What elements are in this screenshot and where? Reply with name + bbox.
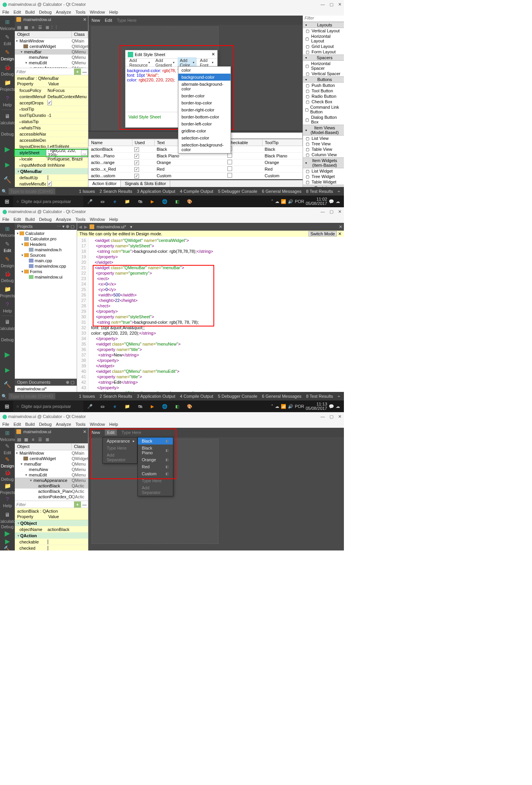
stylesheet-prop[interactable]: styleSheet xyxy=(15,150,46,155)
widget-item[interactable]: ▢Vertical Spacer xyxy=(303,71,344,76)
rail-projects[interactable]: 📁Projects xyxy=(0,285,15,299)
property-row[interactable]: contextMenuP...DefaultContextMenu xyxy=(15,93,88,100)
close-icon[interactable]: ✕ xyxy=(83,17,86,22)
lang-indicator[interactable]: POR xyxy=(295,199,304,204)
project-tree-item[interactable]: mainwindow.h xyxy=(16,247,76,252)
code-line[interactable]: 40 <widget class="QMenu" name="menuEdit"… xyxy=(78,369,343,374)
rail-projects[interactable]: 📁Projects xyxy=(0,482,15,495)
widget-item[interactable]: ▢List View xyxy=(303,136,344,141)
add-object-button[interactable]: + xyxy=(74,501,81,508)
maximize-button[interactable]: ▢ xyxy=(329,2,333,7)
menu-edit[interactable]: Edit xyxy=(14,217,21,222)
menu-debug[interactable]: Debug xyxy=(39,217,51,222)
property-row[interactable]: acceptDrops✓ xyxy=(15,100,88,106)
menu-item[interactable]: Orange◧ xyxy=(138,456,173,463)
build-config[interactable]: Debug xyxy=(0,332,15,347)
build-button[interactable]: 🔨 xyxy=(0,378,15,392)
project-tree-item[interactable]: ▾Calculator xyxy=(16,231,76,236)
dialog-close-icon[interactable]: ✕ xyxy=(211,52,215,57)
kit-selector[interactable]: 🖥Calculator xyxy=(0,511,15,524)
rail-debug[interactable]: 🐞Debug xyxy=(0,63,15,78)
widget-category[interactable]: ▾Containers xyxy=(303,185,344,187)
app-icon[interactable]: ◧ xyxy=(171,196,183,207)
close-icon[interactable]: ✕ xyxy=(83,429,86,434)
color-option[interactable]: selection-color xyxy=(178,134,231,141)
weather-tray-icon[interactable]: ☁ xyxy=(336,404,340,409)
property-row[interactable]: defaultUp xyxy=(15,175,88,181)
status-tab[interactable]: 3 Application Output xyxy=(135,393,178,399)
volume-tray-icon[interactable]: 🔊 xyxy=(288,404,293,409)
menu-help[interactable]: Help xyxy=(109,10,118,14)
tool-icon[interactable]: ▦ xyxy=(23,25,29,30)
run-button[interactable]: ▶ xyxy=(0,348,15,362)
tool-icon[interactable]: ≡ xyxy=(30,437,36,442)
color-option[interactable]: border-right-color xyxy=(178,106,231,113)
code-line[interactable]: 29 </property> xyxy=(78,309,343,314)
tab-signals-slots-editor[interactable]: Signals & Slots Editor xyxy=(121,180,170,187)
status-tab[interactable]: 2 Search Results xyxy=(97,188,135,194)
paint-icon[interactable]: 🎨 xyxy=(184,196,196,207)
store-icon[interactable]: 🛍 xyxy=(134,401,146,412)
minimize-button[interactable]: — xyxy=(321,209,325,214)
menu-file[interactable]: File xyxy=(2,10,9,14)
status-tab[interactable]: 4 Compile Output xyxy=(178,188,216,194)
status-tab[interactable]: 8 Test Results xyxy=(304,188,335,194)
widget-item[interactable]: ▢Vertical Layout xyxy=(303,28,344,34)
color-option[interactable]: background-color xyxy=(178,74,231,81)
tray-expand-icon[interactable]: ˄ xyxy=(271,404,273,409)
menu-tools[interactable]: Tools xyxy=(76,422,86,427)
app-icon[interactable]: ◧ xyxy=(171,401,183,412)
tree-row[interactable]: ▾menuEditQMenu xyxy=(15,60,88,65)
tool-icon[interactable]: ☰ xyxy=(37,437,43,442)
rail-welcome[interactable]: ⊞Welcome xyxy=(0,429,15,442)
clock[interactable]: 11:0205/08/2017 xyxy=(306,197,327,206)
nav-fwd-icon[interactable]: ▶ xyxy=(84,224,87,229)
widget-item[interactable]: ▢Tree Widget xyxy=(303,174,344,179)
close-button[interactable]: ✕ xyxy=(338,2,342,7)
code-line[interactable]: 23 <rect> xyxy=(78,276,343,281)
action-row[interactable]: actio...rangeOrangeOrange xyxy=(89,159,303,166)
banner-close-icon[interactable]: ✕ xyxy=(338,231,342,236)
widget-category[interactable]: ▾Item Views (Model-Based) xyxy=(303,125,344,136)
widget-item[interactable]: ▢Table View xyxy=(303,146,344,152)
edge-icon[interactable]: e xyxy=(109,401,121,412)
property-row[interactable]: accessibleName xyxy=(15,131,88,137)
locate-icon[interactable]: 🔍 xyxy=(2,394,7,399)
column-header[interactable]: ToolTip xyxy=(262,139,303,146)
menu-window[interactable]: Window xyxy=(90,422,105,427)
tool-icon[interactable]: ⊞ xyxy=(44,437,50,442)
preview-menu-edit[interactable]: Edit xyxy=(105,18,112,23)
code-line[interactable]: 28 </rect> xyxy=(78,303,343,309)
add-resource-button[interactable]: Add Resource ▾ xyxy=(127,57,152,68)
add-gradient-button[interactable]: Add Gradient ▾ xyxy=(153,57,177,68)
status-expand-icon[interactable]: ÷ xyxy=(335,393,342,399)
taskview-icon[interactable]: ▭ xyxy=(97,401,108,412)
media-icon[interactable]: ▶ xyxy=(146,401,158,412)
code-line[interactable]: 22 <property name="geometry"> xyxy=(78,270,343,276)
column-header[interactable]: Name xyxy=(89,139,132,146)
widget-category[interactable]: ▾Item Widgets (Item-Based) xyxy=(303,157,344,168)
preview-menu-edit[interactable]: Edit xyxy=(105,429,117,436)
tool-icon[interactable]: ▤ xyxy=(16,25,22,30)
chrome-icon[interactable]: 🌐 xyxy=(159,401,171,412)
code-line[interactable]: 35 <widget class="QMenu" name="menuNew"> xyxy=(78,341,343,347)
code-line[interactable]: 32font: 10pt &quot;Arial&quot;; xyxy=(78,325,343,330)
project-tree-item[interactable]: Calculator.pro xyxy=(16,236,76,242)
taskview-icon[interactable]: ▭ xyxy=(97,196,108,207)
doc-tab-label[interactable]: mainwindow.ui* xyxy=(97,224,126,229)
menu-file[interactable]: File xyxy=(2,422,9,427)
lang-indicator[interactable]: POR xyxy=(295,404,304,409)
column-header[interactable]: Used xyxy=(132,139,154,146)
widget-item[interactable]: ▢Horizontal Layout xyxy=(303,34,344,44)
code-line[interactable]: 30 <property name="styleSheet"> xyxy=(78,314,343,319)
widget-item[interactable]: ▢Push Button xyxy=(303,83,344,88)
tool-icon[interactable]: ▤ xyxy=(16,437,22,442)
widget-category[interactable]: ▾Buttons xyxy=(303,76,344,83)
project-tree-item[interactable]: mainwindow.ui xyxy=(16,274,76,280)
project-tree-item[interactable]: ▾Sources xyxy=(16,252,76,258)
rail-edit[interactable]: ✎Edit xyxy=(0,240,15,254)
rail-design[interactable]: ✎Design xyxy=(0,456,15,468)
run-button[interactable]: ▶ xyxy=(0,142,15,156)
action-row[interactable]: actio...x_RedRedRed xyxy=(89,166,303,173)
rail-edit[interactable]: ✎Edit xyxy=(0,443,15,455)
